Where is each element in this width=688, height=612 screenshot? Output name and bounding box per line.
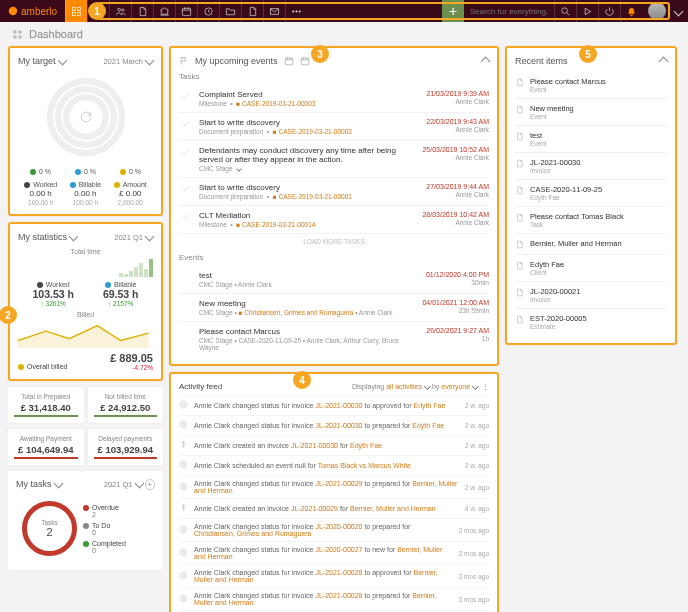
- upcoming-title: My upcoming events: [195, 56, 278, 66]
- nav-more-icon[interactable]: [285, 0, 307, 22]
- task-row[interactable]: Defendants may conduct discovery any tim…: [179, 140, 489, 177]
- nav-folder-icon[interactable]: [219, 0, 241, 22]
- callout-1: 1: [88, 2, 106, 20]
- recent-item[interactable]: Please contact Tomas BlackTask: [515, 206, 667, 233]
- stats-title[interactable]: My statistics: [18, 232, 77, 242]
- add-button[interactable]: +: [442, 0, 464, 22]
- recent-items-card: 5 Recent items Please contact MarcusEven…: [505, 46, 677, 345]
- avatar[interactable]: [648, 2, 666, 20]
- timer-button[interactable]: [576, 0, 598, 22]
- money-stat: Awaiting Payment£ 104,649.94: [8, 429, 84, 465]
- notifications-icon[interactable]: [620, 0, 642, 22]
- events-section-label: Events: [179, 253, 489, 262]
- my-statistics-card: My statistics 2021 Q1 Total time Worked1…: [8, 222, 163, 381]
- nav-billing-icon[interactable]: [153, 0, 175, 22]
- tasks-title[interactable]: My tasks: [16, 479, 62, 489]
- target-title[interactable]: My target: [18, 56, 66, 66]
- callout-5: 5: [579, 45, 597, 63]
- recent-item[interactable]: JL-2020-00021Invoice: [515, 281, 667, 308]
- billed-sparkline: [18, 320, 149, 348]
- svg-point-14: [293, 10, 294, 11]
- stat-worked: Worked103.53 h↑ 3261%: [32, 281, 73, 307]
- stats-subtitle: Total time: [18, 248, 153, 255]
- target-pct: 0 %: [75, 168, 96, 175]
- callout-4: 4: [293, 371, 311, 389]
- target-pct: 0 %: [120, 168, 141, 175]
- task-stat: To Do0: [83, 522, 155, 536]
- add-task-icon[interactable]: [300, 56, 310, 66]
- flag-icon: [179, 56, 189, 66]
- tasks-section-label: Tasks: [179, 72, 489, 81]
- collapse-icon[interactable]: [659, 56, 669, 66]
- callout-3: 3: [311, 45, 329, 63]
- upcoming-events-card: 3 My upcoming events Tasks Complaint Ser…: [169, 46, 499, 366]
- target-period[interactable]: 2021 March: [103, 57, 153, 66]
- activity-row[interactable]: Annie Clark created an invoice JL-2021-0…: [179, 435, 489, 455]
- logo[interactable]: amberlo: [0, 6, 65, 17]
- target-col: Amount£ 0.002,000.00: [114, 181, 147, 206]
- activity-row[interactable]: Annie Clark changed status for invoice J…: [179, 587, 489, 610]
- target-col: Worked0.00 h160.00 h: [24, 181, 57, 206]
- task-row[interactable]: Start to write discoveryDocument prepara…: [179, 112, 489, 140]
- nav-calendar-icon[interactable]: [175, 0, 197, 22]
- user-menu-icon[interactable]: [674, 6, 684, 16]
- recent-item[interactable]: EST-2020-00005Estimate: [515, 308, 667, 335]
- recent-item[interactable]: Bernier, Muller and Herman: [515, 233, 667, 254]
- page-title: Dashboard: [29, 28, 83, 40]
- money-row-1: Total in Prepared£ 31,418.40Not billed t…: [8, 387, 163, 423]
- overall-billed-label: Overall billed: [18, 362, 67, 371]
- money-stat: Total in Prepared£ 31,418.40: [8, 387, 84, 423]
- add-event-icon[interactable]: [284, 56, 294, 66]
- stats-bars: [18, 257, 153, 277]
- activity-row[interactable]: Annie Clark created an invoice JL-2021-0…: [179, 498, 489, 518]
- dashboard-icon: [12, 29, 23, 40]
- stat-billable: Billable69.53 h↑ 2157%: [103, 281, 139, 307]
- collapse-icon[interactable]: [481, 56, 491, 66]
- overall-billed-value: £ 889.05-4.72%: [110, 352, 153, 371]
- nav-clients-icon[interactable]: [109, 0, 131, 22]
- svg-point-13: [9, 7, 17, 15]
- activity-row[interactable]: Annie Clark changed status for invoice J…: [179, 564, 489, 587]
- nav-dashboard-icon[interactable]: [65, 0, 87, 22]
- tasks-period[interactable]: 2021 Q1 +: [104, 480, 155, 489]
- power-button[interactable]: [598, 0, 620, 22]
- my-target-card: My target 2021 March 0 %0 %0 % Worked0.0…: [8, 46, 163, 216]
- event-row[interactable]: New meetingCMC Stage • ■ Christiansen, G…: [179, 293, 489, 321]
- feed-title: Activity feed: [179, 382, 222, 391]
- activity-row[interactable]: Annie Clark scheduled an event null for …: [179, 455, 489, 475]
- recent-item[interactable]: Edyth FaeClient: [515, 254, 667, 281]
- money-row-2: Awaiting Payment£ 104,649.94Delayed paym…: [8, 429, 163, 465]
- activity-row[interactable]: Annie Clark changed status for invoice J…: [179, 518, 489, 541]
- page-header: Dashboard: [0, 22, 688, 46]
- nav-notes-icon[interactable]: [241, 0, 263, 22]
- my-tasks-card: My tasks 2021 Q1 + Tasks 2 Overdue2To Do…: [8, 471, 163, 570]
- activity-row[interactable]: Annie Clark changed status for invoice J…: [179, 541, 489, 564]
- activity-feed-card: 4 Activity feed Displaying all activitie…: [169, 372, 499, 612]
- recent-item[interactable]: testEvent: [515, 125, 667, 152]
- task-row[interactable]: Start to write discoveryDocument prepara…: [179, 177, 489, 205]
- stats-period[interactable]: 2021 Q1: [114, 233, 153, 242]
- task-row[interactable]: CLT MediationMilestone • ■ CASE-2019-03-…: [179, 205, 489, 233]
- nav-mail-icon[interactable]: [263, 0, 285, 22]
- target-donut: [18, 72, 153, 162]
- nav-docs-icon[interactable]: [131, 0, 153, 22]
- recent-item[interactable]: Please contact MarcusEvent: [515, 72, 667, 98]
- recent-item[interactable]: CASE-2020-11-09-25Edyth Fae: [515, 179, 667, 206]
- activity-row[interactable]: Annie Clark changed status for invoice J…: [179, 395, 489, 415]
- task-row[interactable]: Complaint ServedMilestone • ■ CASE-2019-…: [179, 85, 489, 112]
- recent-item[interactable]: New meetingEvent: [515, 98, 667, 125]
- target-pct: 0 %: [30, 168, 51, 175]
- load-more-tasks[interactable]: LOAD MORE TASKS: [179, 233, 489, 249]
- activity-row[interactable]: Annie Clark changed status for invoice J…: [179, 415, 489, 435]
- money-stat: Not billed time£ 24,912.50: [88, 387, 164, 423]
- svg-point-16: [299, 10, 300, 11]
- event-row[interactable]: Please contact MarcusCMC Stage • CASE-20…: [179, 321, 489, 356]
- activity-row[interactable]: Annie Clark changed status for invoice J…: [179, 475, 489, 498]
- search-input[interactable]: [464, 0, 554, 22]
- search-button[interactable]: [554, 0, 576, 22]
- feed-filter[interactable]: Displaying all activities by everyone ⋮: [352, 383, 489, 391]
- billed-label: Billed: [18, 311, 153, 318]
- nav-time-icon[interactable]: [197, 0, 219, 22]
- recent-item[interactable]: JL-2021-00030Invoice: [515, 152, 667, 179]
- event-row[interactable]: testCMC Stage • Annie Clark01/12/2020 4:…: [179, 266, 489, 293]
